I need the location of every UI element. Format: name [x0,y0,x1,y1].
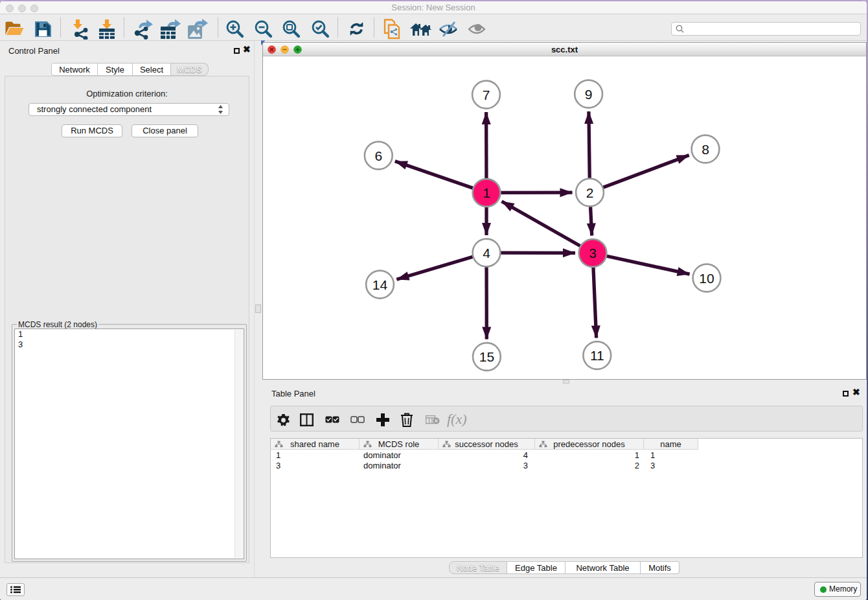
svg-text:11: 11 [590,348,604,363]
svg-text:1: 1 [483,185,490,200]
svg-text:7: 7 [483,87,490,102]
svg-text:3: 3 [589,246,597,260]
svg-text:9: 9 [585,87,593,102]
svg-text:4: 4 [483,246,490,260]
svg-text:8: 8 [702,142,709,157]
svg-text:14: 14 [372,277,388,292]
svg-text:15: 15 [479,349,494,364]
svg-text:6: 6 [374,148,382,163]
svg-text:2: 2 [586,185,594,200]
svg-text:10: 10 [699,271,714,286]
